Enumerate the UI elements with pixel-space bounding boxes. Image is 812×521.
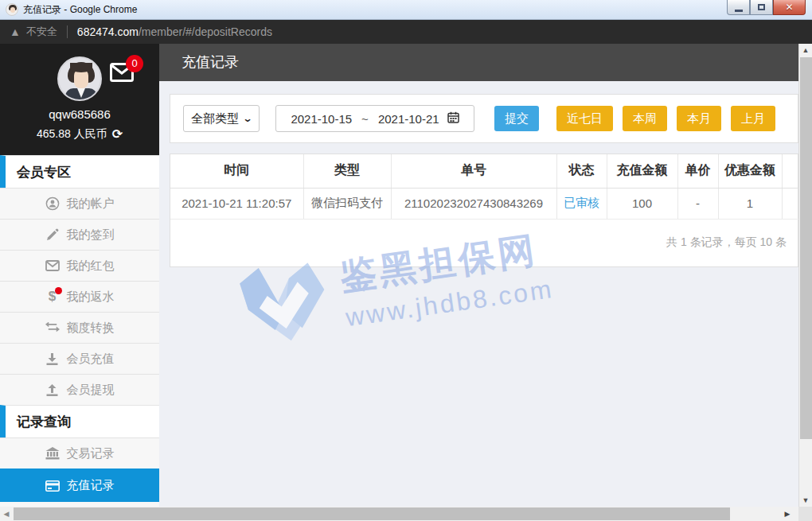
page-favicon <box>6 3 18 16</box>
sidebar-item-我的红包[interactable]: 我的红包 <box>0 250 159 281</box>
watermark-line2: www.jhdb8.com <box>344 274 556 332</box>
sidebar-item-充值记录[interactable]: 充值记录 <box>0 469 159 502</box>
deposit-icon <box>45 352 60 366</box>
url-domain: 682474.com <box>77 25 139 38</box>
vertical-scroll-thumb[interactable] <box>800 57 812 439</box>
type-select[interactable]: 全部类型 ⌄ <box>183 105 260 132</box>
quick-buttons: 近七日本周本月上月 <box>539 106 775 131</box>
quick-filter-本周[interactable]: 本周 <box>623 106 667 131</box>
window-title: 充值记录 - Google Chrome <box>23 3 137 17</box>
sidebar-item-label: 交易记录 <box>67 446 115 461</box>
vertical-scrollbar[interactable]: ▲ ▼ <box>798 44 812 507</box>
balance: 465.88 人民币⟳ <box>0 126 159 142</box>
cell-类型: 微信扫码支付 <box>303 188 391 219</box>
dollar-icon: $ <box>45 290 60 304</box>
date-range-input[interactable]: 2021-10-15 ~ 2021-10-21 <box>275 105 474 132</box>
transfer-icon <box>45 321 60 335</box>
security-label[interactable]: 不安全 <box>26 25 57 39</box>
url-path: /member/#/depositRecords <box>139 25 272 38</box>
sidebar-item-我的返水[interactable]: $我的返水 <box>0 281 159 312</box>
notification-dot <box>55 287 62 294</box>
scroll-left-arrow[interactable]: ◀ <box>0 507 13 521</box>
sidebar-item-额度转换[interactable]: 额度转换 <box>0 312 159 343</box>
main-content: 充值记录 全部类型 ⌄ 2021-10-15 ~ 2021-10-21 提交 近… <box>159 44 798 507</box>
date-separator: ~ <box>361 112 369 126</box>
sidebar-item-我的帐户[interactable]: 我的帐户 <box>0 188 159 219</box>
table-row: 2021-10-21 11:20:57微信扫码支付211020232027430… <box>170 188 798 219</box>
user-icon <box>45 196 60 211</box>
minimize-button[interactable] <box>727 0 750 15</box>
cell-状态: 已审核 <box>556 188 607 219</box>
table-header-row: 时间类型单号状态充值金额单价优惠金额到账金额 <box>170 154 798 188</box>
column-header-优惠金额: 优惠金额 <box>718 154 782 188</box>
scroll-right-arrow[interactable]: ▶ <box>781 507 794 521</box>
sidebar-item-label: 我的返水 <box>67 290 115 305</box>
sidebar-item-label: 我的帐户 <box>67 196 115 212</box>
column-header-充值金额: 充值金额 <box>607 154 677 188</box>
sidebar-section-header: 会员专区 <box>0 155 159 188</box>
column-header-状态: 状态 <box>556 154 607 188</box>
horizontal-scroll-thumb[interactable] <box>14 507 730 520</box>
filter-card: 全部类型 ⌄ 2021-10-15 ~ 2021-10-21 提交 近七日本周本… <box>170 94 798 143</box>
column-header-单价: 单价 <box>677 154 718 188</box>
records-table-card: 时间类型单号状态充值金额单价优惠金额到账金额 2021-10-21 11:20:… <box>170 154 798 267</box>
sidebar-item-label: 会员充值 <box>67 352 115 367</box>
scroll-up-arrow[interactable]: ▲ <box>799 44 812 56</box>
message-badge: 0 <box>126 55 143 72</box>
quick-filter-本月[interactable]: 本月 <box>677 106 721 131</box>
date-from: 2021-10-15 <box>291 112 352 126</box>
quick-filter-近七日[interactable]: 近七日 <box>556 106 613 131</box>
column-header-单号: 单号 <box>391 154 556 188</box>
sidebar-item-会员提现[interactable]: 会员提现 <box>0 374 159 405</box>
username: qqw685686 <box>0 107 159 121</box>
close-button[interactable]: ✕ <box>773 0 806 15</box>
cell-优惠金额: 1 <box>718 188 782 219</box>
cell-到账金额 <box>782 188 798 219</box>
column-header-类型: 类型 <box>303 154 391 188</box>
address-bar[interactable]: ▲ 不安全 682474.com/member/#/depositRecords <box>0 20 812 44</box>
close-icon: ✕ <box>785 2 793 13</box>
sidebar-item-label: 我的签到 <box>67 227 115 243</box>
address-divider <box>67 25 68 38</box>
chevron-down-icon: ⌄ <box>242 113 252 124</box>
window-titlebar: 充值记录 - Google Chrome ✕ <box>0 0 812 20</box>
envelope-icon <box>45 259 60 273</box>
url-text[interactable]: 682474.com/member/#/depositRecords <box>77 25 272 38</box>
avatar[interactable] <box>57 56 102 101</box>
cell-充值金额: 100 <box>607 188 677 219</box>
sidebar-section-header: 记录查询 <box>0 405 159 437</box>
cell-时间: 2021-10-21 11:20:57 <box>170 188 303 219</box>
window-controls: ✕ <box>727 0 806 15</box>
sidebar-item-label: 我的红包 <box>67 259 115 274</box>
page-header: 充值记录 <box>159 44 798 81</box>
sidebar-item-label: 会员提现 <box>67 383 115 398</box>
mail-icon[interactable]: 0 <box>110 63 134 82</box>
maximize-button[interactable] <box>750 0 773 15</box>
sidebar-item-我的签到[interactable]: 我的签到 <box>0 219 159 250</box>
pencil-icon <box>45 227 60 242</box>
withdraw-icon <box>45 383 60 397</box>
records-table: 时间类型单号状态充值金额单价优惠金额到账金额 2021-10-21 11:20:… <box>170 154 798 220</box>
sidebar-item-会员充值[interactable]: 会员充值 <box>0 343 159 374</box>
date-to: 2021-10-21 <box>378 112 439 126</box>
horizontal-scrollbar[interactable]: ◀ ▶ <box>0 507 798 521</box>
quick-filter-上月[interactable]: 上月 <box>731 106 775 131</box>
column-header-时间: 时间 <box>170 154 303 188</box>
sidebar-item-label: 额度转换 <box>67 321 115 336</box>
cell-单号: 211020232027430843269 <box>391 188 556 219</box>
bank-icon <box>45 446 60 461</box>
calendar-icon <box>447 111 459 126</box>
user-panel: 0 qqw685686 465.88 人民币⟳ <box>0 44 159 155</box>
table-body: 2021-10-21 11:20:57微信扫码支付211020232027430… <box>170 188 798 219</box>
scroll-down-arrow[interactable]: ▼ <box>799 494 812 507</box>
sidebar-menu: 会员专区我的帐户我的签到我的红包$我的返水额度转换会员充值会员提现记录查询交易记… <box>0 155 159 502</box>
type-select-value: 全部类型 <box>191 111 239 126</box>
scrollbar-corner <box>798 507 812 521</box>
page-title: 充值记录 <box>182 54 239 70</box>
card-icon <box>45 479 60 493</box>
sidebar-item-label: 充值记录 <box>67 478 115 493</box>
sidebar-item-交易记录[interactable]: 交易记录 <box>0 437 159 469</box>
refresh-balance-icon[interactable]: ⟳ <box>112 127 123 141</box>
submit-button[interactable]: 提交 <box>494 106 539 131</box>
security-warning-icon: ▲ <box>10 26 21 37</box>
